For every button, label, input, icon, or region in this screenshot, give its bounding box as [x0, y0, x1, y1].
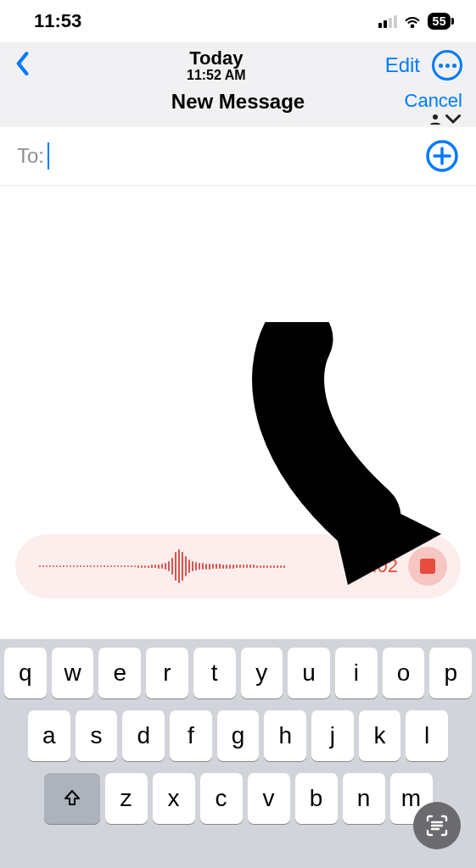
key-w[interactable]: w [52, 648, 94, 698]
wifi-icon [403, 12, 422, 31]
ellipsis-icon [439, 64, 456, 68]
key-o[interactable]: o [383, 648, 425, 698]
cellular-signal-icon [378, 14, 397, 28]
status-indicators: 55 [378, 12, 451, 31]
key-s[interactable]: s [76, 710, 118, 761]
contact-picker-toggle[interactable] [428, 112, 461, 127]
key-n[interactable]: n [343, 773, 385, 824]
key-b[interactable]: b [295, 773, 338, 824]
key-l[interactable]: l [406, 710, 448, 761]
shift-icon [62, 788, 82, 809]
nav-header: Today 11:52 AM Edit New Message Cancel [0, 42, 476, 127]
back-button[interactable] [14, 51, 48, 80]
to-label: To: [17, 144, 44, 168]
shift-key[interactable] [44, 773, 100, 824]
keyboard: qwertyuiop asdfghjkl zxcvbnm [0, 639, 476, 868]
scan-text-button[interactable] [413, 802, 461, 849]
key-f[interactable]: f [170, 710, 212, 761]
battery-indicator: 55 [428, 13, 451, 30]
stop-icon [420, 559, 435, 574]
recording-pill: 0:02 [15, 534, 461, 598]
recording-time: 0:02 [361, 555, 398, 577]
svg-point-0 [433, 114, 438, 120]
key-r[interactable]: r [146, 648, 188, 698]
key-k[interactable]: k [359, 710, 401, 761]
compose-title: New Message [14, 90, 462, 114]
status-bar: 11:53 55 [0, 0, 476, 42]
key-a[interactable]: a [28, 710, 70, 761]
nav-title: Today [48, 47, 385, 70]
key-i[interactable]: i [335, 648, 378, 698]
key-p[interactable]: p [429, 648, 472, 698]
chevron-down-icon [445, 114, 461, 125]
nav-subtitle: 11:52 AM [48, 68, 385, 83]
stop-recording-button[interactable] [408, 547, 447, 586]
scan-text-icon [424, 813, 450, 838]
nav-title-group: Today 11:52 AM [48, 47, 385, 83]
status-time: 11:53 [34, 10, 81, 32]
key-y[interactable]: y [241, 648, 283, 698]
to-field-row[interactable]: To: [0, 127, 476, 186]
edit-button[interactable]: Edit [385, 53, 420, 77]
key-d[interactable]: d [122, 710, 165, 761]
key-j[interactable]: j [311, 710, 354, 761]
key-z[interactable]: z [105, 773, 148, 824]
to-input[interactable] [49, 143, 425, 169]
more-button[interactable] [432, 50, 462, 81]
key-v[interactable]: v [248, 773, 290, 824]
key-t[interactable]: t [193, 648, 236, 698]
key-u[interactable]: u [288, 648, 330, 698]
key-x[interactable]: x [153, 773, 195, 824]
key-e[interactable]: e [98, 648, 141, 698]
audio-recording-area: 0:02 [15, 534, 461, 598]
waveform-icon [39, 549, 351, 583]
person-icon [428, 112, 443, 127]
add-contact-button[interactable] [425, 139, 459, 173]
key-c[interactable]: c [200, 773, 243, 824]
key-h[interactable]: h [264, 710, 306, 761]
plus-circle-icon [425, 139, 459, 173]
key-q[interactable]: q [4, 648, 47, 698]
key-g[interactable]: g [217, 710, 260, 761]
cancel-button[interactable]: Cancel [405, 90, 462, 112]
